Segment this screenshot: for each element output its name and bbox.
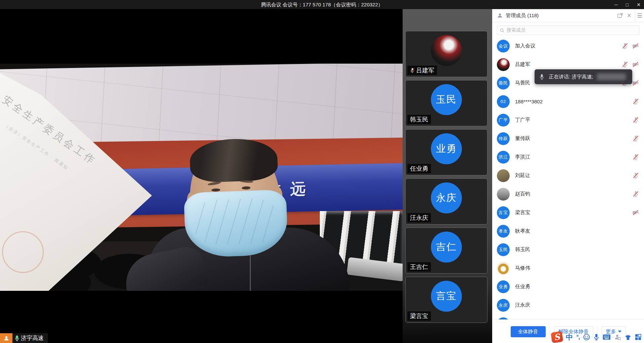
camera-off-icon: [632, 61, 639, 68]
member-row-任业勇[interactable]: 业勇 任业勇: [492, 277, 644, 296]
main-video-stage[interactable]: 业 山东交运 致 远 安全生产委员会工作 （企业）安全生产工作 · 两通知: [0, 9, 403, 343]
member-row-188****3802[interactable]: 02 188****3802: [492, 92, 644, 111]
active-speaker-chip: 济宇高速: [0, 333, 48, 343]
thumbnail-avatar: 言宝: [431, 281, 462, 312]
member-avatar: [497, 58, 510, 71]
microphone-muted-icon: [632, 153, 639, 161]
microphone-icon: [539, 74, 544, 80]
member-status-icons: [632, 172, 639, 179]
member-avatar: 广平: [497, 114, 510, 127]
panel-menu-icon[interactable]: ☰: [635, 12, 644, 19]
mute-all-button[interactable]: 全体静音: [511, 326, 546, 337]
person-icon: [3, 335, 9, 341]
search-icon: [500, 28, 504, 33]
person-zipper: [250, 251, 251, 291]
video-thumbnail-汪永庆[interactable]: 永庆 汪永庆: [405, 178, 487, 225]
member-name: 加入会议: [515, 43, 621, 49]
member-row-董传跃[interactable]: 传跃 董传跃: [492, 129, 644, 148]
member-row-汪永庆[interactable]: 永庆 汪永庆: [492, 296, 644, 314]
member-row[interactable]: [492, 314, 644, 319]
member-avatar: 传跃: [497, 132, 510, 145]
speaker-badge: [0, 333, 12, 343]
emoji-icon[interactable]: [583, 334, 590, 341]
member-name: 汪永庆: [515, 302, 639, 308]
video-thumbnail-任业勇[interactable]: 业勇 任业勇: [405, 129, 487, 175]
microphone-muted-icon: [632, 116, 639, 124]
meeting-title: 腾讯会议 会议号：177 570 178（会议密码：220322）: [0, 0, 644, 9]
member-name: 188****3802: [515, 99, 632, 104]
microphone-muted-icon: [632, 98, 639, 105]
member-avatar: 玉民: [497, 243, 510, 256]
punctuation-icon[interactable]: °,: [576, 334, 580, 341]
thumbnail-avatar: [431, 35, 462, 66]
window-controls: ─ □ ✕: [614, 0, 641, 9]
minimize-button[interactable]: ─: [614, 2, 618, 7]
member-row-韩玉民[interactable]: 玉民 韩玉民: [492, 240, 644, 259]
toolbox-icon[interactable]: [635, 334, 641, 340]
video-thumbnail-韩玉民[interactable]: 玉民 韩玉民: [405, 80, 487, 126]
tencent-meeting-window: 腾讯会议 会议号：177 570 178（会议密码：220322） ─ □ ✕ …: [0, 0, 644, 343]
footer-divider: [550, 327, 550, 337]
thumbnail-avatar: 吉仁: [431, 232, 462, 263]
microphone-muted-icon: [621, 61, 629, 68]
camera-off-icon: [632, 42, 639, 49]
titlebar: 腾讯会议 会议号：177 570 178（会议密码：220322）: [0, 0, 644, 9]
member-avatar: 会议: [497, 40, 510, 53]
panel-close-icon[interactable]: ✕: [627, 13, 632, 19]
member-row-耿孝友[interactable]: 孝友 耿孝友: [492, 222, 644, 240]
member-status-icons: [632, 191, 639, 198]
member-name: 任业勇: [515, 283, 639, 290]
member-panel-title: 管理成员 (118): [506, 12, 617, 19]
member-status-icons: [632, 98, 639, 105]
voice-input-icon[interactable]: [594, 334, 599, 341]
microphone-muted-icon: [621, 42, 629, 49]
member-row-加入会议[interactable]: 会议 加入会议: [492, 37, 644, 55]
speaker-name-chip: 济宇高速: [12, 333, 48, 343]
sogou-logo-icon[interactable]: S: [551, 331, 563, 343]
member-panel: 管理成员 (118) ✕ ☰ 搜索成员 会议 加入会议 吕建军 善民: [492, 9, 644, 343]
thumbnail-name-label: 韩玉民: [407, 115, 431, 124]
person-eye: [242, 186, 250, 190]
close-button[interactable]: ✕: [637, 2, 641, 7]
video-thumbnail-王吉仁[interactable]: 吉仁 王吉仁: [405, 228, 487, 274]
popout-icon[interactable]: [617, 13, 623, 18]
microphone-muted-icon: [410, 68, 415, 73]
video-thumbnail-strip: 吕建军 玉民 韩玉民 业勇 任业勇 永庆 汪永庆 吉仁 王吉仁 言宝: [403, 9, 492, 343]
member-status-icons: [632, 135, 639, 142]
member-name: 韩玉民: [515, 246, 639, 253]
thumbnail-name-label: 王吉仁: [407, 262, 431, 272]
sogou-ime-bar: S 中 °,: [551, 332, 641, 343]
member-row-梁言宝[interactable]: 言宝 梁言宝: [492, 203, 644, 222]
member-avatar: 言宝: [497, 206, 510, 219]
member-avatar: [497, 262, 510, 275]
member-avatar: [497, 188, 510, 201]
member-name: 吕建军: [515, 61, 621, 68]
member-avatar: 善民: [497, 77, 510, 90]
microphone-muted-icon: [632, 135, 639, 142]
member-row-赵百钧[interactable]: 赵百钧: [492, 185, 644, 203]
microphone-muted-icon: [632, 172, 639, 179]
speaker-name: 济宇高速: [21, 334, 44, 342]
speaking-toast-text: 正在讲话: 济宇高速;: [549, 74, 594, 80]
member-row-马修伟[interactable]: 马修伟: [492, 259, 644, 277]
video-thumbnail-梁言宝[interactable]: 言宝 梁言宝: [405, 277, 487, 323]
member-avatar: 业勇: [497, 280, 510, 293]
profile-icon[interactable]: [614, 334, 621, 341]
speaking-toast: 正在讲话: 济宇高速;: [535, 69, 632, 84]
skin-icon[interactable]: [624, 334, 632, 341]
member-row-李洪江[interactable]: 洪江 李洪江: [492, 148, 644, 166]
member-row-刘延让[interactable]: 刘延让: [492, 166, 644, 185]
maximize-button[interactable]: □: [626, 2, 629, 7]
thumbnail-avatar: 永庆: [431, 182, 462, 213]
member-search-input[interactable]: 搜索成员: [497, 26, 639, 35]
chinese-mode-icon[interactable]: 中: [566, 333, 573, 342]
thumbnail-name-label: 吕建军: [407, 66, 437, 75]
person-head: [188, 141, 281, 252]
member-status-icons: [632, 116, 639, 124]
member-row-丁广平[interactable]: 广平 丁广平: [492, 111, 644, 129]
video-thumbnail-吕建军[interactable]: 吕建军: [405, 31, 487, 77]
thumbnail-name-label: 梁言宝: [407, 311, 431, 321]
thumbnail-avatar: 业勇: [431, 133, 462, 164]
soft-keyboard-icon[interactable]: [603, 334, 611, 340]
member-avatar: 孝友: [497, 225, 510, 238]
